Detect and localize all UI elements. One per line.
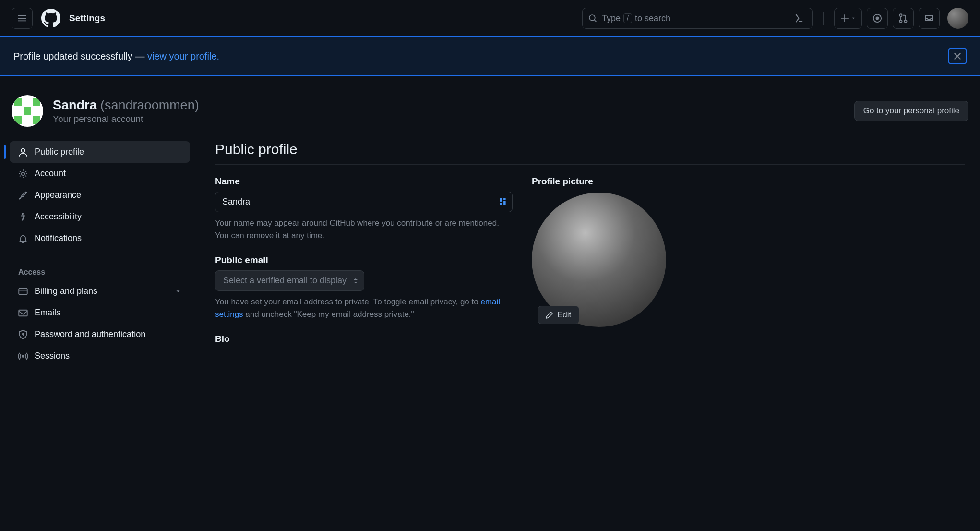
name-help-text: Your name may appear around GitHub where… (215, 217, 513, 241)
sidebar-item-billing[interactable]: Billing and plans (10, 280, 190, 302)
command-palette-button[interactable] (790, 13, 806, 24)
hamburger-menu-button[interactable] (12, 8, 33, 29)
search-slash-badge: / (623, 13, 632, 23)
pull-requests-button[interactable] (893, 8, 914, 29)
sidebar-item-label: Accessibility (35, 212, 82, 222)
email-help-text: You have set your email address to priva… (215, 296, 513, 320)
search-placeholder: Type / to search (602, 13, 785, 24)
edit-picture-button[interactable]: Edit (538, 306, 579, 324)
sidebar-item-account[interactable]: Account (10, 163, 190, 184)
search-icon (588, 14, 597, 23)
sidebar-heading-access: Access (4, 263, 196, 280)
sidebar-item-emails[interactable]: Emails (10, 302, 190, 324)
caret-down-icon (851, 16, 856, 21)
settings-sidebar: Public profile Account Appearance Access… (4, 141, 196, 367)
command-icon (793, 13, 803, 24)
issue-icon (872, 13, 882, 23)
sidebar-item-public-profile[interactable]: Public profile (10, 141, 190, 163)
pencil-icon (546, 311, 553, 319)
svg-point-5 (21, 148, 25, 152)
name-label: Name (215, 176, 513, 187)
bell-icon (18, 234, 28, 243)
paintbrush-icon (18, 191, 28, 200)
sidebar-item-label: Password and authentication (35, 329, 145, 339)
sidebar-divider (13, 256, 186, 256)
person-icon (18, 147, 28, 157)
sidebar-item-password[interactable]: Password and authentication (10, 324, 190, 345)
svg-point-11 (22, 355, 24, 357)
mail-icon (18, 308, 28, 318)
flash-close-button[interactable] (948, 48, 967, 64)
account-identicon[interactable] (12, 95, 43, 127)
flash-view-profile-link[interactable]: view your profile. (147, 51, 219, 61)
email-select[interactable]: Select a verified email to display (215, 270, 364, 291)
svg-point-10 (23, 333, 24, 335)
github-logo[interactable] (40, 8, 61, 29)
main-content: Public profile Name Your name may appear… (215, 141, 976, 367)
hamburger-icon (17, 13, 27, 23)
edit-button-label: Edit (557, 310, 571, 320)
sidebar-item-appearance[interactable]: Appearance (10, 184, 190, 206)
account-header: Sandra (sandraoommen) Your personal acco… (0, 76, 980, 141)
credit-card-icon (18, 287, 28, 296)
profile-picture-label: Profile picture (532, 176, 671, 187)
app-header: Settings Type / to search (0, 0, 980, 36)
svg-rect-8 (19, 288, 27, 294)
sidebar-item-label: Public profile (35, 147, 84, 157)
accessibility-icon (18, 212, 28, 222)
issues-button[interactable] (867, 8, 888, 29)
sidebar-item-sessions[interactable]: Sessions (10, 345, 190, 367)
account-subtitle: Your personal account (53, 114, 199, 124)
flash-banner: Profile updated successfully — view your… (0, 36, 980, 76)
account-username: (sandraoommen) (100, 98, 199, 112)
sidebar-item-label: Emails (35, 308, 60, 318)
svg-rect-12 (500, 198, 502, 202)
svg-point-1 (876, 17, 879, 20)
email-field-group: Public email Select a verified email to … (215, 255, 513, 320)
account-name-line: Sandra (sandraoommen) (53, 98, 199, 113)
svg-point-6 (22, 172, 24, 175)
svg-rect-15 (503, 201, 506, 205)
sidebar-item-label: Appearance (35, 190, 81, 200)
inbox-icon (924, 13, 934, 23)
create-new-button[interactable] (834, 8, 862, 29)
plus-icon (840, 14, 849, 23)
sidebar-item-label: Sessions (35, 351, 70, 361)
account-display-name: Sandra (53, 98, 97, 112)
pull-request-icon (898, 13, 908, 23)
notifications-button[interactable] (919, 8, 940, 29)
gear-icon (18, 169, 28, 179)
svg-rect-9 (19, 310, 27, 316)
broadcast-icon (18, 351, 28, 361)
flash-text: Profile updated successfully — view your… (13, 51, 219, 62)
section-title: Public profile (215, 141, 965, 165)
svg-rect-13 (503, 198, 506, 200)
name-field-group: Name Your name may appear around GitHub … (215, 176, 513, 241)
bio-label: Bio (215, 334, 513, 344)
chevron-down-icon (175, 288, 181, 295)
search-input[interactable]: Type / to search (582, 8, 813, 29)
sidebar-item-label: Billing and plans (35, 286, 97, 296)
input-suggestion-icon[interactable] (499, 198, 507, 206)
page-title: Settings (69, 13, 105, 24)
profile-picture-section: Profile picture Edit (532, 176, 671, 327)
svg-point-2 (900, 14, 902, 16)
header-divider (823, 12, 824, 25)
sidebar-item-notifications[interactable]: Notifications (10, 228, 190, 249)
close-icon (953, 52, 962, 60)
email-label: Public email (215, 255, 513, 266)
svg-rect-14 (500, 203, 502, 205)
name-input[interactable] (215, 192, 513, 212)
svg-point-7 (22, 213, 24, 215)
user-avatar-menu[interactable] (947, 8, 968, 29)
svg-point-3 (900, 20, 902, 23)
svg-point-4 (905, 20, 907, 23)
bio-field-group: Bio (215, 334, 513, 344)
sidebar-item-label: Notifications (35, 233, 82, 243)
sidebar-item-accessibility[interactable]: Accessibility (10, 206, 190, 228)
shield-lock-icon (18, 330, 28, 339)
sidebar-item-label: Account (35, 169, 66, 179)
go-to-profile-button[interactable]: Go to your personal profile (854, 101, 968, 121)
